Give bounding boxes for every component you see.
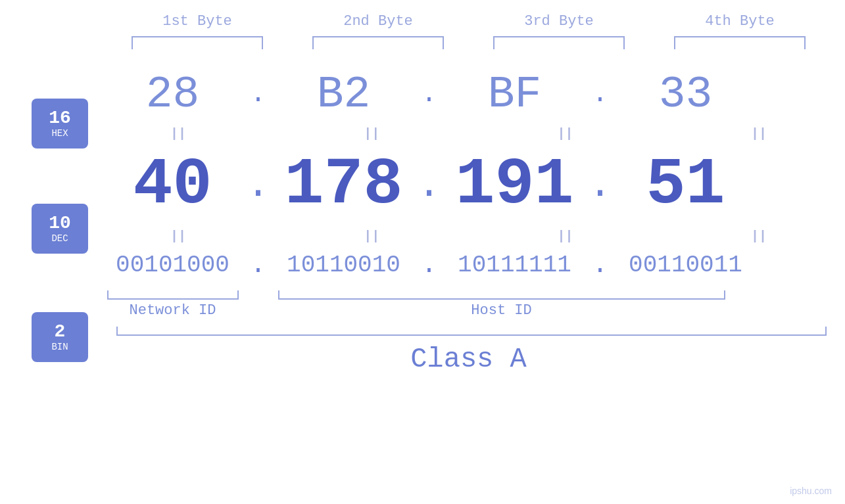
bottom-brackets-container	[107, 290, 831, 300]
hex-dot1: .	[239, 80, 278, 109]
sep1-2: ||	[306, 126, 437, 141]
network-bracket	[107, 290, 239, 300]
network-id-label: Network ID	[107, 302, 239, 319]
bin-val3-cell: 10111111	[449, 252, 581, 279]
hex-dot2: .	[410, 80, 449, 109]
bracket-byte3	[493, 36, 625, 49]
hex-val2: B2	[317, 69, 371, 120]
bin-val4-cell: 00110011	[620, 252, 752, 279]
class-label: Class A	[107, 344, 831, 375]
sep2-1: ||	[112, 229, 244, 244]
bin-badge: 2 BIN	[32, 312, 88, 362]
bin-val1-cell: 00101000	[107, 252, 239, 279]
host-id-label: Host ID	[278, 302, 725, 319]
top-brackets-row	[107, 36, 831, 49]
bin-dot1: .	[239, 250, 278, 280]
dec-badge: 10 DEC	[32, 204, 88, 254]
dec-dot2: .	[410, 163, 449, 208]
bin-val1: 00101000	[116, 252, 229, 279]
hex-val1-cell: 28	[107, 69, 239, 120]
dec-badge-number: 10	[49, 214, 71, 234]
byte1-label: 1st Byte	[132, 13, 263, 30]
bin-badge-label: BIN	[51, 342, 68, 352]
byte4-label: 4th Byte	[674, 13, 806, 30]
sep1-3: ||	[500, 126, 631, 141]
hex-badge-number: 16	[49, 108, 71, 129]
watermark: ipshu.com	[790, 486, 832, 496]
sep-row-1: || || || ||	[107, 126, 831, 141]
bin-val4: 00110011	[629, 252, 742, 279]
bracket-byte4	[674, 36, 806, 49]
bin-val2: 10110010	[287, 252, 400, 279]
sep2-3: ||	[500, 229, 631, 244]
hex-val4: 33	[659, 69, 713, 120]
dec-dot1: .	[239, 163, 278, 208]
dec-val2-cell: 178	[278, 148, 410, 222]
dec-val4: 51	[646, 148, 725, 222]
hex-val3-cell: BF	[449, 69, 581, 120]
sep2-2: ||	[306, 229, 437, 244]
hex-val3: BF	[488, 69, 542, 120]
dec-val4-cell: 51	[620, 148, 752, 222]
dec-badge-label: DEC	[51, 233, 68, 244]
bracket-byte2	[312, 36, 444, 49]
hex-dot3: .	[581, 80, 620, 109]
dec-val3-cell: 191	[449, 148, 581, 222]
sep2-4: ||	[693, 229, 825, 244]
id-labels: Network ID Host ID	[107, 302, 831, 319]
bin-val2-cell: 10110010	[278, 252, 410, 279]
dec-val2: 178	[284, 148, 402, 222]
hex-val2-cell: B2	[278, 69, 410, 120]
dec-dot3: .	[581, 163, 620, 208]
host-bracket	[278, 290, 725, 300]
sep-row-2: || || || ||	[107, 229, 831, 244]
bin-dot2: .	[410, 250, 449, 280]
dec-values-row: 40 . 178 . 191 . 51	[107, 148, 831, 222]
hex-badge-label: HEX	[51, 128, 68, 139]
full-bottom-bracket	[116, 327, 827, 336]
bin-val3: 10111111	[458, 252, 571, 279]
hex-val4-cell: 33	[620, 69, 752, 120]
bracket-byte1	[132, 36, 263, 49]
bin-badge-number: 2	[55, 322, 66, 342]
bin-dot3: .	[581, 250, 620, 280]
main-container: 16 HEX 10 DEC 2 BIN 1st Byte 2nd Byte 3r…	[0, 0, 845, 504]
hex-val1: 28	[146, 69, 200, 120]
sep1-4: ||	[693, 126, 825, 141]
hex-values-row: 28 . B2 . BF . 33	[107, 69, 831, 120]
dec-val3: 191	[455, 148, 573, 222]
byte2-label: 2nd Byte	[312, 13, 444, 30]
dec-val1-cell: 40	[107, 148, 239, 222]
dec-val1: 40	[133, 148, 212, 222]
sep1-1: ||	[112, 126, 244, 141]
bin-values-row: 00101000 . 10110010 . 10111111 . 0011001…	[107, 250, 831, 280]
header-row: 1st Byte 2nd Byte 3rd Byte 4th Byte	[107, 13, 831, 30]
hex-badge: 16 HEX	[32, 99, 88, 149]
byte3-label: 3rd Byte	[493, 13, 625, 30]
